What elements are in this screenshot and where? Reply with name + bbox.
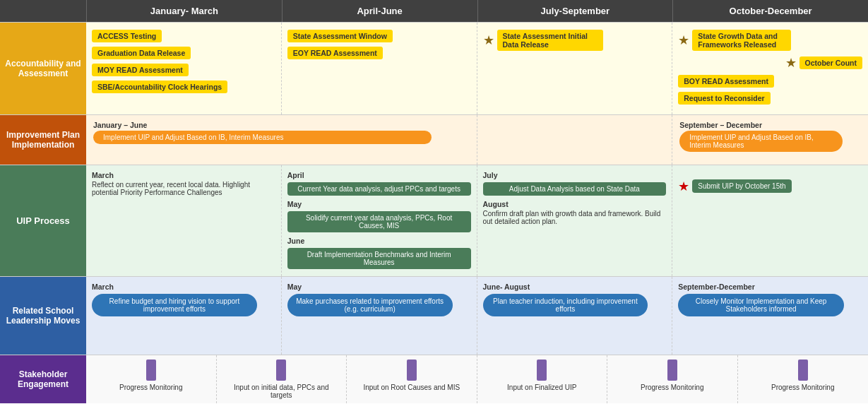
stakeholder-bar-1 <box>276 360 286 381</box>
stakeholder-text-4: Progress Monitoring <box>641 384 703 391</box>
leadership-content: March Refine budget and hiring vision to… <box>86 277 868 355</box>
header-q1: January- March <box>86 0 282 22</box>
uip-oct-star: ★ Submit UIP by October 15th <box>678 178 862 194</box>
accountability-content: ACCESS Testing Graduation Data Release M… <box>86 23 868 114</box>
leadership-may-box: Make purchases related to improvement ef… <box>287 294 453 316</box>
stakeholder-item-0: Progress Monitoring <box>86 355 217 403</box>
accountability-row: Accountability and Assessment ACCESS Tes… <box>0 22 868 114</box>
uip-q2: April Current Year data analysis, adjust… <box>282 165 477 276</box>
uip-content: March Reflect on current year, recent lo… <box>86 165 868 276</box>
uip-july-header: July <box>483 171 667 179</box>
improvement-content: January – June Implement UIP and Adjust … <box>86 115 868 165</box>
moy-read: MOY READ Assessment <box>92 64 189 76</box>
stakeholder-row: Stakeholder Engagement Progress Monitori… <box>0 355 868 403</box>
uip-label: UIP Process <box>0 165 86 276</box>
state-assessment-window: State Assessment Window <box>287 30 393 42</box>
accountability-q2: State Assessment Window EOY READ Assessm… <box>282 23 477 114</box>
header-q2: April-June <box>282 0 477 22</box>
imp-jan-june-bar: Implement UIP and Adjust Based on IB, In… <box>93 131 432 144</box>
uip-may-box: Solidify current year data analysis, PPC… <box>287 211 471 232</box>
stakeholder-text-5: Progress Monitoring <box>771 384 834 391</box>
uip-march-text: Reflect on current year, recent local da… <box>92 181 275 196</box>
stakeholder-text-0: Progress Monitoring <box>119 384 182 391</box>
imp-sep-dec-bar: Implement UIP and Adjust Based on IB, In… <box>679 131 843 152</box>
uip-june-header: June <box>287 237 471 245</box>
improvement-jan-june: January – June Implement UIP and Adjust … <box>86 115 477 165</box>
boy-read: BOY READ Assessment <box>678 75 774 88</box>
improvement-label: Improvement Plan Implementation <box>0 115 86 165</box>
uip-august-header: August <box>483 200 667 208</box>
leadership-march-header: March <box>92 283 275 291</box>
stakeholder-bar-5 <box>798 360 808 381</box>
header-spacer <box>0 0 86 22</box>
uip-q3: July Adjust Data Analysis based on State… <box>477 165 673 276</box>
uip-q1: March Reflect on current year, recent lo… <box>86 165 282 276</box>
state-growth-data: ★ State Growth Data and Frameworks Relea… <box>678 28 791 52</box>
leadership-sep-dec-box: Closely Monitor Implementation and Keep … <box>678 294 844 316</box>
uip-march-header: March <box>92 171 275 179</box>
leadership-may-header: May <box>287 283 471 291</box>
leadership-march-box: Refine budget and hiring vision to suppo… <box>92 294 257 316</box>
stakeholder-text-2: Input on Root Causes and MIS <box>363 384 460 391</box>
stakeholder-bar-4 <box>667 360 677 381</box>
stakeholder-item-2: Input on Root Causes and MIS <box>347 355 477 403</box>
imp-jan-june-label: January – June <box>93 121 470 129</box>
leadership-june-aug-header: June- August <box>483 283 667 291</box>
improvement-q3-empty <box>477 115 673 165</box>
uip-row: UIP Process March Reflect on current yea… <box>0 165 868 276</box>
leadership-q3: June- August Plan teacher induction, inc… <box>477 277 673 355</box>
star-gold-icon: ★ <box>483 32 494 48</box>
stakeholder-item-3: Input on Finalized UIP <box>477 355 608 403</box>
graduation-data: Graduation Data Release <box>92 47 191 59</box>
uip-q4: ★ Submit UIP by October 15th <box>672 165 868 276</box>
stakeholder-item-4: Progress Monitoring <box>607 355 738 403</box>
sbe-hearings: SBE/Accountability Clock Hearings <box>92 81 227 93</box>
stakeholder-bar-3 <box>537 360 547 381</box>
leadership-label: Related School Leadership Moves <box>0 277 86 355</box>
imp-sep-dec-label: September – December <box>679 121 861 129</box>
leadership-q2: May Make purchases related to improvemen… <box>282 277 477 355</box>
stakeholder-content: Progress Monitoring Input on initial dat… <box>86 355 868 403</box>
uip-august-text: Confirm draft plan with growth data and … <box>483 210 667 225</box>
uip-july-box: Adjust Data Analysis based on State Data <box>483 182 667 196</box>
uip-june-box: Draft Implementation Benchmarks and Inte… <box>287 248 471 269</box>
stakeholder-text-3: Input on Finalized UIP <box>507 384 576 391</box>
state-assessment-initial: ★ State Assessment Initial Data Release <box>483 28 603 52</box>
leadership-q1: March Refine budget and hiring vision to… <box>86 277 282 355</box>
star-red-icon: ★ <box>678 179 689 194</box>
leadership-june-aug-box: Plan teacher induction, including improv… <box>483 294 648 316</box>
star-gold-icon-2: ★ <box>678 32 689 48</box>
main-container: January- March April-June July-September… <box>0 0 868 404</box>
header-row: January- March April-June July-September… <box>0 0 868 22</box>
accountability-q1: ACCESS Testing Graduation Data Release M… <box>86 23 282 114</box>
uip-april-header: April <box>287 171 471 179</box>
star-gold-icon-3: ★ <box>785 55 797 71</box>
accountability-q4: ★ State Growth Data and Frameworks Relea… <box>672 23 868 114</box>
leadership-q4: September-December Closely Monitor Imple… <box>672 277 868 355</box>
request-reconsider: Request to Reconsider <box>678 92 770 105</box>
leadership-sep-dec-header: September-December <box>678 283 862 291</box>
stakeholder-item-5: Progress Monitoring <box>738 355 869 403</box>
improvement-row: Improvement Plan Implementation January … <box>0 114 868 165</box>
stakeholder-text-1: Input on initial data, PPCs and targets <box>222 384 341 399</box>
stakeholder-item-1: Input on initial data, PPCs and targets <box>217 355 347 403</box>
accountability-q3: ★ State Assessment Initial Data Release <box>477 23 673 114</box>
leadership-row: Related School Leadership Moves March Re… <box>0 276 868 355</box>
stakeholder-bar-0 <box>146 360 156 381</box>
eoy-read: EOY READ Assessment <box>287 47 383 59</box>
uip-april-box: Current Year data analysis, adjust PPCs … <box>287 182 471 196</box>
header-q4: October-December <box>672 0 868 22</box>
accountability-label: Accountability and Assessment <box>0 23 86 114</box>
stakeholder-bar-2 <box>407 360 417 381</box>
improvement-sep-dec: September – December Implement UIP and A… <box>672 115 868 165</box>
stakeholder-label: Stakeholder Engagement <box>0 355 86 403</box>
october-count: ★ October Count <box>785 55 863 71</box>
uip-may-header: May <box>287 200 471 208</box>
header-q3: July-September <box>477 0 673 22</box>
access-testing: ACCESS Testing <box>92 30 162 42</box>
